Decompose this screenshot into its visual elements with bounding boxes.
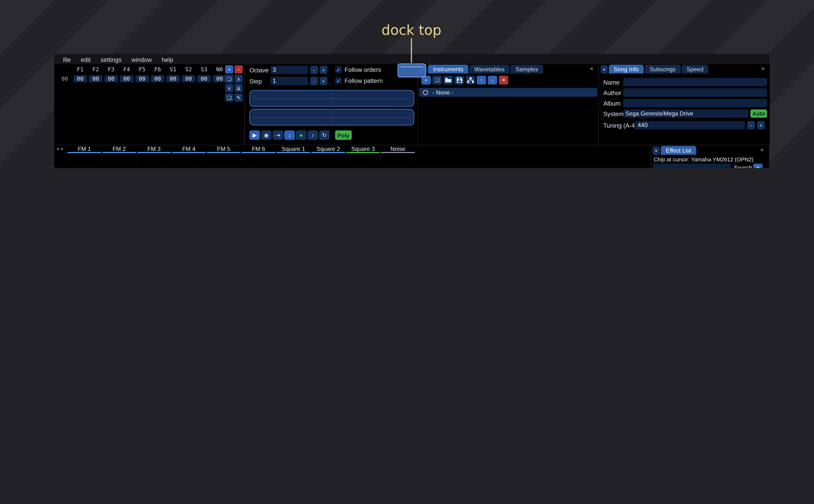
menu-item-edit[interactable]: edit [76,55,95,64]
channel-header-fm-5[interactable]: FM 5 [206,145,241,154]
system-label: System [603,111,624,117]
order-cell[interactable]: 00 [74,75,87,82]
tab-list-dropdown-icon[interactable]: ▼ [601,65,608,74]
song-info-tab-bar: ▼ Song InfoSubsongsSpeed [599,64,770,74]
step-minus-button[interactable]: - [310,77,318,85]
order-channel-header: F1 [72,66,88,72]
channel-header-square-3[interactable]: Square 3 [345,145,380,154]
channel-name: FM 3 [137,145,171,152]
move-instrument-down-button[interactable]: ↓ [488,76,497,85]
channel-header-fm-4[interactable]: FM 4 [171,145,206,154]
channel-name: Noise [380,145,415,152]
order-cell[interactable]: 00 [166,75,180,82]
tuning-minus-button[interactable]: - [747,121,755,129]
channel-color-line [242,152,275,153]
order-channel-header: F5 [134,66,150,72]
follow-orders-checkbox[interactable]: ✓ Follow orders [335,66,381,73]
step-input[interactable]: 1 [270,77,308,85]
order-row-index: 00 [57,76,72,82]
order-cell[interactable]: 00 [89,75,102,82]
order-channel-header: S2 [181,66,196,72]
tab-subsongs[interactable]: Subsongs [645,65,681,74]
remove-order-button[interactable]: − [234,65,243,74]
channel-header-square-1[interactable]: Square 1 [276,145,311,154]
play-button[interactable]: ▶ [249,130,260,140]
author-field[interactable] [623,88,767,97]
channel-header-fm-6[interactable]: FM 6 [241,145,276,154]
tab-samples[interactable]: Samples [511,65,543,74]
step-plus-button[interactable]: + [319,77,327,85]
channel-name: FM 2 [102,145,137,152]
duplicate-instrument-button[interactable]: ❏ [433,76,442,85]
close-effect-list-panel-button[interactable]: × [758,146,766,153]
order-edit-mode-button[interactable]: ✎ [234,93,243,102]
order-cell[interactable]: 00 [197,75,211,82]
channel-header-fm-3[interactable]: FM 3 [137,145,171,154]
octave-input[interactable]: 3 [270,66,308,74]
play-pattern-button[interactable]: ◉ [261,130,271,140]
deep-clone-order-button[interactable]: ❑ [225,93,233,102]
album-field[interactable] [623,99,767,107]
menu-bar: fileeditsettingswindowhelp [55,55,769,65]
close-song-info-panel-button[interactable]: × [759,65,767,72]
effect-search-input[interactable] [653,164,731,168]
pattern-channel-headers: FM 1FM 2FM 3FM 4FM 5FM 6Square 1Square 2… [67,145,415,154]
order-cell[interactable]: 00 [151,75,164,82]
order-cell[interactable]: 00 [104,75,118,82]
step-row-button[interactable]: ↓ [284,130,295,140]
menu-item-settings[interactable]: settings [95,55,126,64]
octave-minus-button[interactable]: - [310,66,318,74]
tuning-plus-button[interactable]: + [757,121,765,129]
menu-item-window[interactable]: window [126,55,157,64]
main-panel-row: ++ FM 1FM 2FM 3FM 4FM 5FM 6Square 1Squar… [55,145,769,168]
order-cell[interactable]: 00 [135,75,149,82]
channel-separator [171,154,172,168]
duplicate-order-end-button[interactable]: ⇊ [234,84,243,92]
play-one-row-button[interactable]: ⇥ [273,130,283,140]
octave-plus-button[interactable]: + [319,66,327,74]
record-button[interactable]: ● [296,130,306,140]
move-instrument-up-button[interactable]: ↑ [477,76,486,85]
oscilloscope-strip [249,109,414,125]
order-row[interactable]: 0000000000000000000000 [57,75,227,83]
menu-item-help[interactable]: help [157,55,178,64]
channel-header-fm-1[interactable]: FM 1 [67,145,102,154]
poly-button[interactable]: Poly [335,130,352,140]
delete-instrument-button[interactable]: ✕ [499,76,508,85]
instrument-folders-button[interactable] [466,76,475,85]
add-order-button[interactable]: + [225,65,233,74]
pattern-expand-button[interactable]: ++ [56,146,64,152]
move-order-up-button[interactable]: ∧ [234,75,243,83]
tab-song-info[interactable]: Song Info [609,65,644,74]
save-instrument-button[interactable] [455,76,464,85]
dock-top-target[interactable] [397,64,426,77]
channel-separator [380,154,381,168]
order-cell[interactable]: 00 [182,75,195,82]
tab-list-dropdown-icon[interactable]: ▼ [653,146,660,155]
metronome-button[interactable]: ♪ [307,130,318,140]
tab-speed[interactable]: Speed [682,65,708,74]
system-field[interactable]: Sega Genesis/Mega Drive [623,109,748,118]
tab-wavetables[interactable]: Wavetables [470,65,510,74]
system-auto-button[interactable]: Auto [750,109,767,118]
repeat-pattern-button[interactable]: ↻ [319,130,329,140]
close-instruments-panel-button[interactable]: × [588,65,596,72]
open-instrument-button[interactable] [444,76,453,85]
channel-separator [241,154,242,168]
instrument-list-item[interactable]: - None - [419,88,597,97]
channel-separator [415,154,416,168]
channel-header-fm-2[interactable]: FM 2 [102,145,137,154]
order-cell[interactable]: 00 [120,75,133,82]
move-order-down-button[interactable]: ∨ [225,84,233,92]
channel-header-noise[interactable]: Noise [380,145,415,154]
order-cell[interactable]: 00 [213,75,226,82]
name-field[interactable] [623,78,767,86]
menu-item-file[interactable]: file [58,55,76,64]
channel-header-square-2[interactable]: Square 2 [311,145,345,154]
duplicate-order-button[interactable]: ❏ [225,75,233,83]
follow-pattern-checkbox[interactable]: ✓ Follow pattern [335,77,383,84]
tab-effect-list[interactable]: Effect List [661,146,696,155]
tab-instruments[interactable]: Instruments [428,65,469,74]
effect-list-menu-button[interactable]: ≡ [753,164,763,168]
tuning-field[interactable]: 440 [635,121,745,129]
